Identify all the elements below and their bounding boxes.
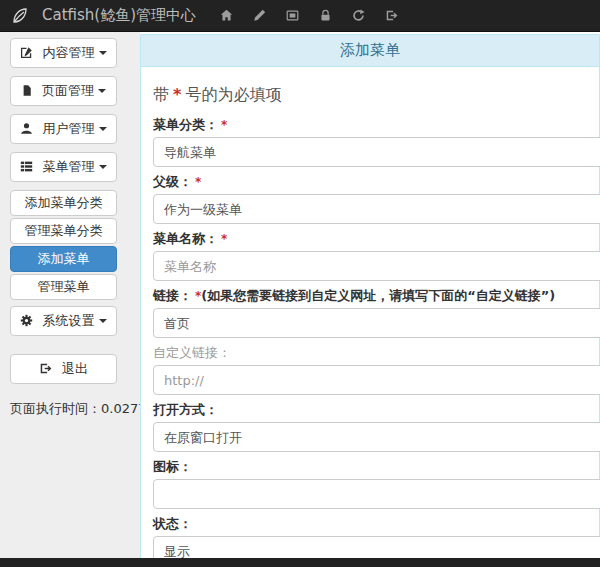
sidebar-item-content-management[interactable]: 内容管理: [10, 38, 117, 68]
edit-icon: [20, 47, 37, 62]
field-menu-name: 菜单名称：*: [153, 230, 587, 281]
sidebar-item-system-settings[interactable]: 系统设置: [10, 306, 117, 336]
sidebar-item-page-management[interactable]: 页面管理: [10, 76, 117, 106]
list-alt-icon[interactable]: [276, 0, 309, 32]
log-out-icon: [39, 363, 56, 378]
field-open-mode: 打开方式： 在原窗口打开: [153, 401, 587, 452]
status-label: 状态：: [153, 515, 587, 533]
content-row: 内容管理 页面管理 用户管理: [0, 32, 600, 558]
sidebar-item-label: 用户管理: [43, 121, 95, 136]
chevron-down-icon: [99, 127, 107, 131]
list-icon: [20, 161, 37, 176]
bottom-bar: [0, 558, 600, 567]
field-icon: 图标：: [153, 458, 587, 509]
sidebar-item-add-menu-category[interactable]: 添加菜单分类: [10, 190, 117, 216]
logout-label: 退出: [62, 361, 88, 376]
brand[interactable]: Catfish(鲶鱼)管理中心: [10, 6, 196, 26]
refresh-icon[interactable]: [342, 0, 375, 32]
sidebar-item-menu-management[interactable]: 菜单管理: [10, 152, 117, 182]
icon-input[interactable]: [153, 479, 600, 509]
logout-button[interactable]: 退出: [10, 354, 117, 384]
panel-title: 添加菜单: [141, 35, 599, 67]
menu-name-label: 菜单名称：*: [153, 230, 587, 248]
field-menu-category: 菜单分类：* 导航菜单: [153, 116, 587, 167]
link-label: 链接：*(如果您需要链接到自定义网址，请填写下面的“自定义链接”): [153, 287, 587, 305]
sidebar-item-label: 内容管理: [43, 45, 95, 60]
link-note: (如果您需要链接到自定义网址，请填写下面的“自定义链接”): [201, 288, 555, 303]
chevron-down-icon: [98, 89, 106, 93]
menu-name-input[interactable]: [153, 251, 600, 281]
leaf-quill-icon: [10, 6, 30, 26]
link-select[interactable]: 首页: [153, 308, 600, 338]
status-select[interactable]: 显示: [153, 536, 600, 558]
sidebar-item-label: 添加菜单分类: [25, 195, 103, 210]
sidebar-item-label: 页面管理: [42, 83, 94, 98]
custom-link-input[interactable]: [153, 365, 600, 395]
sidebar-item-user-management[interactable]: 用户管理: [10, 114, 117, 144]
parent-select[interactable]: 作为一级菜单: [153, 194, 600, 224]
sidebar-item-label: 系统设置: [43, 313, 95, 328]
sidebar: 内容管理 页面管理 用户管理: [0, 32, 140, 558]
top-navbar: Catfish(鲶鱼)管理中心: [0, 0, 600, 32]
chevron-down-icon: [99, 319, 107, 323]
open-mode-select[interactable]: 在原窗口打开: [153, 422, 600, 452]
log-out-icon[interactable]: [375, 0, 408, 32]
sidebar-item-add-menu[interactable]: 添加菜单: [10, 246, 117, 272]
chevron-down-icon: [99, 51, 107, 55]
sidebar-item-manage-menu-category[interactable]: 管理菜单分类: [10, 218, 117, 244]
sidebar-item-label: 管理菜单分类: [25, 223, 103, 238]
brand-title: Catfish(鲶鱼)管理中心: [42, 6, 196, 25]
sidebar-item-manage-menu[interactable]: 管理菜单: [10, 274, 117, 300]
required-note: 带*号的为必填项: [153, 85, 587, 106]
add-menu-panel: 添加菜单 带*号的为必填项 菜单分类：* 导航菜单 父级：* 作为一级菜单: [140, 34, 600, 558]
parent-label: 父级：*: [153, 173, 587, 191]
sidebar-item-label: 管理菜单: [38, 279, 90, 294]
field-status: 状态： 显示: [153, 515, 587, 558]
sidebar-item-label: 添加菜单: [38, 251, 90, 266]
panel-body: 带*号的为必填项 菜单分类：* 导航菜单 父级：* 作为一级菜单 菜单名称：*: [141, 67, 599, 558]
gear-icon: [20, 315, 37, 330]
menu-category-select[interactable]: 导航菜单: [153, 137, 600, 167]
field-custom-link: 自定义链接：: [153, 344, 587, 395]
home-icon[interactable]: [210, 0, 243, 32]
lock-icon[interactable]: [309, 0, 342, 32]
navbar-icon-group: [210, 0, 408, 32]
open-mode-label: 打开方式：: [153, 401, 587, 419]
user-icon: [20, 123, 37, 138]
sidebar-item-label: 菜单管理: [43, 159, 95, 174]
field-link: 链接：*(如果您需要链接到自定义网址，请填写下面的“自定义链接”) 首页: [153, 287, 587, 338]
custom-link-label: 自定义链接：: [153, 344, 587, 362]
required-star: *: [173, 85, 181, 104]
page-exec-time: 页面执行时间：0.0277s: [10, 400, 117, 418]
menu-category-label: 菜单分类：*: [153, 116, 587, 134]
chevron-down-icon: [99, 165, 107, 169]
icon-label: 图标：: [153, 458, 587, 476]
field-parent: 父级：* 作为一级菜单: [153, 173, 587, 224]
pencil-icon[interactable]: [243, 0, 276, 32]
file-icon: [21, 85, 37, 100]
main-content: 添加菜单 带*号的为必填项 菜单分类：* 导航菜单 父级：* 作为一级菜单: [140, 32, 600, 558]
